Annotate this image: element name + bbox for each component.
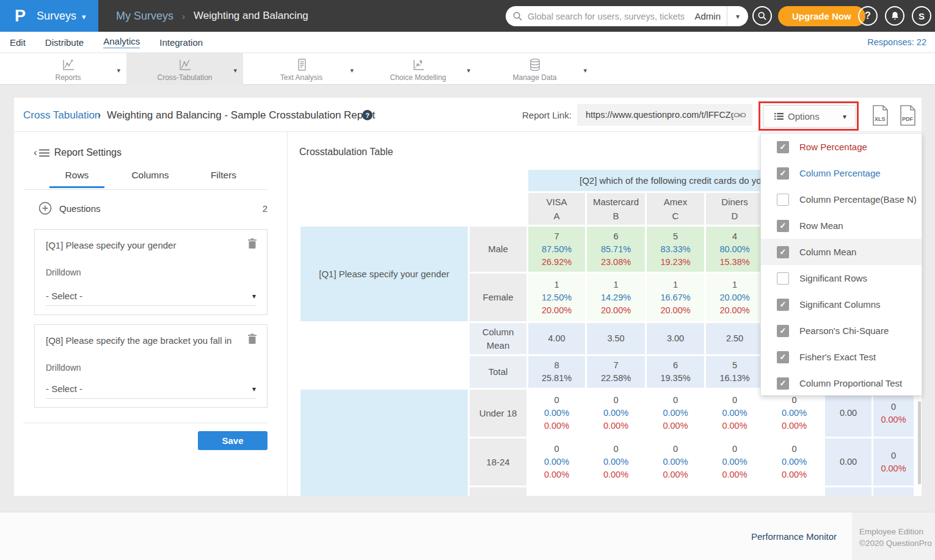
export-xls-button[interactable]: XLS (870, 104, 890, 129)
table-cell: 00.00%0.00% (765, 438, 823, 485)
menu-item-significant-columns[interactable]: Significant Columns (761, 291, 922, 318)
tab-filters[interactable]: Filters (187, 170, 260, 188)
checkbox-checked-icon[interactable] (777, 141, 789, 153)
product-switcher[interactable]: P Surveys (0, 0, 98, 32)
chevron-down-icon[interactable] (467, 67, 470, 75)
checkbox-unchecked-icon[interactable] (777, 194, 789, 206)
line-chart-icon (61, 56, 76, 72)
drilldown-select[interactable]: - Select - (46, 291, 256, 306)
add-question-icon[interactable] (38, 202, 52, 215)
global-search[interactable]: Admin (506, 6, 748, 26)
help-icon[interactable] (362, 110, 373, 120)
menu-item-column-percentage[interactable]: Column Percentage (761, 160, 922, 186)
q8-row-group-label (300, 390, 468, 496)
menu-item-row-percentage[interactable]: Row Percentage (761, 134, 922, 160)
menu-item-column-percentage-base-n[interactable]: Column Percentage(Base N) (761, 186, 922, 213)
delete-icon[interactable] (247, 238, 257, 249)
help-button[interactable] (858, 6, 878, 26)
delete-icon[interactable] (247, 333, 257, 344)
menu-item-pearsons-chi-square[interactable]: Pearson's Chi-Square (761, 318, 922, 344)
menu-item-column-mean[interactable]: Column Mean (761, 239, 922, 265)
report-link-label: Report Link: (522, 110, 572, 120)
menu-item-fishers-exact-test[interactable]: Fisher's Exact Test (761, 344, 922, 370)
search-icon (758, 12, 766, 20)
toolbar-item-manage-data[interactable]: Manage Data (476, 53, 593, 85)
menu-item-significant-rows[interactable]: Significant Rows (761, 265, 922, 291)
checkbox-checked-icon[interactable] (777, 220, 789, 232)
table-cell: 825.81% (528, 356, 585, 388)
toolbar-item-text-analysis[interactable]: Text Analysis (243, 53, 360, 85)
col-header-amex: AmexC (647, 193, 704, 225)
edition-label: Employee Edition (859, 526, 935, 537)
xls-label: XLS (875, 116, 886, 122)
table-cell: 112.50%20.00% (528, 274, 585, 321)
settings-tabs: Rows Columns Filters (40, 170, 260, 188)
search-input[interactable] (528, 12, 694, 21)
table-scrollbar[interactable] (918, 401, 921, 484)
performance-monitor-link[interactable]: Performance Monitor (751, 531, 837, 542)
row-label-female: Female (470, 274, 526, 321)
menu-item-column-proportional-test[interactable]: Column Proportional Test (761, 370, 922, 396)
tab-distribute[interactable]: Distribute (45, 37, 84, 48)
options-button-label: Options (788, 111, 820, 122)
breadcrumb-survey-name: Weighting and Balancing (194, 10, 308, 22)
table-cell: 0.00 (825, 438, 871, 485)
user-avatar[interactable]: S (912, 6, 931, 26)
checkbox-checked-icon[interactable] (777, 377, 789, 390)
responses-count[interactable]: Responses: 22 (867, 37, 926, 47)
report-link-url[interactable]: https://www.questionpro.com/t/lFFCZg (586, 110, 733, 120)
checkbox-checked-icon[interactable] (777, 167, 789, 180)
tab-integration[interactable]: Integration (159, 37, 203, 48)
tab-analytics[interactable]: Analytics (103, 36, 140, 48)
toolbar-item-reports[interactable]: Reports (10, 53, 126, 85)
checkbox-checked-icon[interactable] (777, 299, 789, 311)
save-button[interactable]: Save (198, 431, 267, 450)
report-settings-toggle[interactable]: Report Settings (34, 147, 122, 159)
menu-item-row-mean[interactable]: Row Mean (761, 213, 922, 239)
breadcrumb-cross-tabulation[interactable]: Cross Tabulation (23, 109, 100, 122)
chevron-down-icon[interactable] (583, 67, 587, 75)
cross-tab-chart-icon (178, 56, 192, 72)
table-cell: 3.00 (647, 323, 704, 354)
toolbar-item-choice-modelling[interactable]: Choice Modelling (360, 53, 476, 85)
search-submit-button[interactable] (752, 6, 772, 26)
table-cell: 4.00 (528, 323, 585, 354)
export-pdf-button[interactable]: PDF (898, 104, 917, 129)
drilldown-select[interactable]: - Select - (46, 384, 256, 399)
report-link-field[interactable]: https://www.questionpro.com/t/lFFCZg (577, 104, 752, 126)
report-header: Cross Tabulation Weighting and Balancing… (14, 98, 922, 132)
tab-edit[interactable]: Edit (10, 37, 26, 48)
breadcrumb-separator-icon (182, 11, 185, 21)
upgrade-now-button[interactable]: Upgrade Now (778, 6, 865, 26)
row-label-column-mean: Column Mean (470, 323, 526, 354)
checkbox-checked-icon[interactable] (777, 351, 789, 363)
table-cell: 0.00 (825, 390, 871, 437)
tab-columns[interactable]: Columns (114, 170, 187, 188)
question-card-q1: [Q1] Please specify your gender Drilldow… (34, 229, 267, 315)
database-icon (528, 56, 542, 72)
chevron-down-icon[interactable] (233, 67, 237, 75)
table-cell: 00.00%0.00% (647, 438, 704, 485)
toolbar-item-cross-tabulation[interactable]: Cross-Tabulation (126, 53, 243, 85)
notifications-button[interactable] (885, 6, 904, 26)
table-cell: 787.50%26.92% (528, 227, 585, 272)
tab-rows[interactable]: Rows (40, 170, 114, 188)
search-scope-dropdown[interactable] (727, 12, 748, 21)
chevron-down-icon[interactable] (350, 67, 354, 75)
checkbox-unchecked-icon[interactable] (777, 272, 789, 285)
pdf-label: PDF (902, 116, 914, 122)
table-cell: 120.00%20.00% (706, 274, 763, 321)
questionpro-logo-icon: P (15, 7, 25, 26)
breadcrumb-my-surveys[interactable]: My Surveys (116, 10, 173, 23)
q1-row-group-label: [Q1] Please specify your gender (300, 227, 468, 321)
col-header-mastercard: MastercardB (587, 193, 645, 225)
panel-title: Report Settings (54, 147, 122, 158)
table-cell: 00.00%0.00% (706, 438, 763, 485)
checkbox-checked-icon[interactable] (777, 246, 789, 258)
table-cell: 00.00%0.00% (647, 390, 704, 437)
chevron-down-icon[interactable] (117, 67, 120, 75)
checkbox-checked-icon[interactable] (777, 325, 789, 337)
question-text: [Q1] Please specify your gender (46, 240, 235, 250)
options-button[interactable]: Options (763, 105, 856, 128)
table-cell: 685.71%23.08% (587, 227, 645, 272)
